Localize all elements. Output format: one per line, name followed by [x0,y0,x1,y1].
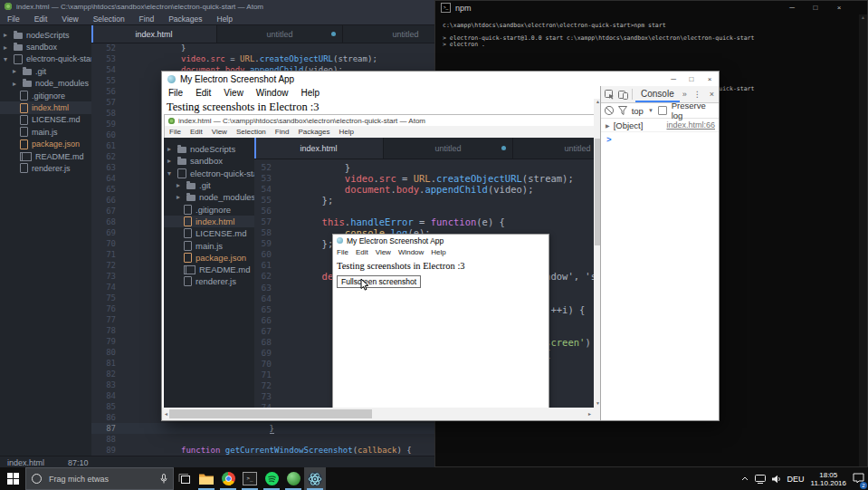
tab-untitled[interactable]: untitled [217,25,343,43]
taskbar-item-command-prompt[interactable]: >_ [239,467,261,490]
scroll-left-arrow[interactable]: ◄ [164,411,168,417]
menu-item-help[interactable]: Help [335,128,358,136]
tree-item-nodeScripts[interactable]: ▸nodeScripts [164,143,254,155]
clear-console-icon[interactable] [605,106,614,115]
tab-untitled[interactable]: untitled [384,138,513,159]
menu-item-edit[interactable]: Edit [189,88,217,98]
devtools-close-icon[interactable]: × [705,90,719,99]
menu-item-file[interactable]: File [165,128,186,136]
search-input[interactable] [47,474,155,485]
tree-item-nodeScripts[interactable]: ▸nodeScripts [0,29,91,41]
menu-item-help[interactable]: Help [427,248,449,256]
tree-item-node_modules[interactable]: ▸node_modules [0,78,91,90]
action-center-button[interactable]: 2 [853,471,864,487]
tree-item-sandbox[interactable]: ▸sandbox [164,155,254,167]
tree-item-index.html[interactable]: index.html [0,101,91,113]
menu-item-view[interactable]: View [372,248,395,256]
tree-item-README.md[interactable]: README.md [164,264,254,275]
logged-object[interactable]: [Object] [614,120,644,130]
minimize-button[interactable]: ─ [664,72,682,86]
tab-index.html[interactable]: index.html [91,25,217,43]
task-view-button[interactable] [174,467,196,490]
tree-item-electron-quick-start[interactable]: ▾electron-quick-start [0,53,91,65]
tree-item-LICENSE.md[interactable]: LICENSE.md [164,227,254,239]
tree-item-README.md[interactable]: README.md [0,150,91,162]
menu-item-file[interactable]: File [162,88,189,98]
electron-page: Testing screenshots in Electron :3 index… [162,99,594,408]
show-hidden-icons-chevron[interactable] [741,476,749,481]
cortana-search-box[interactable] [25,467,174,490]
tree-item-electron-quick-start[interactable]: ▾electron-quick-start [164,168,254,179]
taskbar-item-spotify[interactable] [261,467,282,490]
line-number: 70 [254,359,276,370]
tree-item-package.json[interactable]: package.json [164,252,254,264]
microphone-icon[interactable] [160,474,167,484]
menu-item-selection[interactable]: Selection [86,14,132,24]
tree-item-main.js[interactable]: main.js [164,239,254,251]
source-link[interactable]: index.html:66 [666,120,715,130]
menu-item-packages[interactable]: Packages [161,14,209,24]
taskbar-item-green-app[interactable] [282,467,304,490]
console-log-entry[interactable]: ▶ [Object] index.html:66 [601,119,719,132]
expand-triangle-icon[interactable]: ▶ [606,122,610,129]
menu-item-edit[interactable]: Edit [352,248,372,256]
tree-item-renderer.js[interactable]: renderer.js [164,275,254,287]
menu-item-selection[interactable]: Selection [232,128,271,136]
start-button[interactable] [0,467,25,490]
menu-item-window[interactable]: Window [395,248,427,256]
menu-item-window[interactable]: Window [250,88,295,98]
device-toolbar-icon[interactable] [618,90,629,100]
context-selector[interactable]: top [632,106,644,116]
preserve-log-checkbox[interactable] [658,106,667,115]
tree-item-node_modules[interactable]: ▸node_modules [164,191,254,203]
inspect-element-icon[interactable] [605,90,615,100]
tree-item-LICENSE.md[interactable]: LICENSE.md [0,114,91,126]
speaker-icon[interactable] [772,475,781,484]
taskbar-item-chrome[interactable] [217,467,239,490]
taskbar-item-file-explorer[interactable] [196,467,217,490]
minimize-button[interactable]: ─ [780,1,804,14]
status-cursor-position[interactable]: 87:10 [68,458,89,467]
menu-item-packages[interactable]: Packages [293,128,334,136]
devtools-menu-icon[interactable]: ⋮ [690,90,705,99]
console-prompt[interactable]: > [606,134,719,144]
terminal-scrollbar[interactable]: ▲ [859,14,867,466]
page-horizontal-scrollbar[interactable]: ◄ ► [162,408,594,420]
scroll-right-arrow[interactable]: ► [587,411,592,417]
tree-item-index.html[interactable]: index.html [164,216,254,227]
menu-item-help[interactable]: Help [294,88,326,98]
menu-item-edit[interactable]: Edit [186,128,207,136]
menu-item-file[interactable]: File [333,248,352,256]
menu-item-view[interactable]: View [207,128,232,136]
tree-item-.gitignore[interactable]: .gitignore [164,203,254,215]
scrollbar-thumb[interactable] [169,409,372,418]
tab-index.html[interactable]: index.html [254,138,384,159]
menu-item-file[interactable]: File [0,14,27,24]
fullscreen-screenshot-button[interactable]: Fullscreen screenshot [337,275,421,288]
filter-icon[interactable] [618,106,627,115]
close-button[interactable]: × [701,72,719,86]
close-button[interactable]: × [827,1,851,14]
tree-item-.git[interactable]: ▸.git [0,65,91,77]
tree-item-package.json[interactable]: package.json [0,139,91,150]
menu-item-find[interactable]: Find [132,14,162,24]
network-icon[interactable] [755,475,766,484]
tab-untitled[interactable]: untitled [513,138,594,159]
taskbar-item-electron[interactable] [304,467,326,490]
menu-item-edit[interactable]: Edit [27,14,55,24]
maximize-button[interactable]: □ [804,1,827,14]
more-tabs-chevron-icon[interactable]: » [680,90,690,99]
menu-item-view[interactable]: View [54,14,85,24]
menu-item-find[interactable]: Find [271,128,294,136]
tree-item-.git[interactable]: ▸.git [164,179,254,191]
tree-item-.gitignore[interactable]: .gitignore [0,90,91,101]
menu-item-help[interactable]: Help [210,14,240,24]
tree-item-sandbox[interactable]: ▸sandbox [0,41,91,53]
maximize-button[interactable]: □ [682,72,701,86]
tree-item-main.js[interactable]: main.js [0,126,91,138]
clock[interactable]: 18:05 11.10.2016 [811,471,846,487]
menu-item-view[interactable]: View [217,88,250,98]
chevron-down-icon[interactable]: ▼ [648,108,653,113]
language-indicator[interactable]: DEU [787,475,805,484]
tree-item-renderer.js[interactable]: renderer.js [0,162,91,174]
